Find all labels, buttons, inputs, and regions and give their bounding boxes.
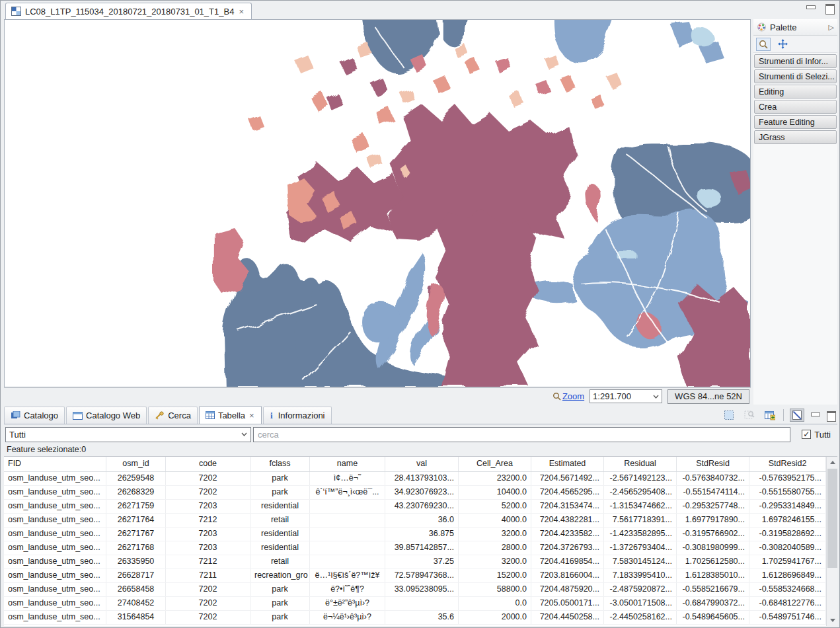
palette-expand-icon[interactable]: ▷: [829, 23, 834, 32]
bottom-tabbar: Catalogo Catalogo Web Cerca: [4, 407, 837, 424]
table-cell-stdresid: 1.6977917890...: [677, 514, 749, 527]
scroll-up-button[interactable]: [827, 457, 838, 468]
view-maximize-button[interactable]: [826, 411, 836, 420]
add-feature-button[interactable]: [763, 409, 777, 422]
editor-tab-map[interactable]: LC08_L1TP_115034_20180721_20180731_01_T1…: [5, 3, 252, 19]
bottom-panel: Catalogo Catalogo Web Cerca: [4, 407, 837, 626]
column-header-fid[interactable]: FID: [4, 457, 106, 471]
table-row[interactable]: osm_landuse_utm_seo...266287177211recrea…: [4, 569, 826, 583]
palette-category-strumenti-selezione[interactable]: Strumenti di Selezi...: [754, 69, 837, 83]
table-cell-residual: 7.1833995410...: [604, 569, 677, 582]
column-header-fclass[interactable]: fclass: [250, 457, 310, 471]
column-header-cell_area[interactable]: Cell_Area: [459, 457, 531, 471]
column-header-stdresid[interactable]: StdResid: [677, 457, 749, 471]
pan-tool-button[interactable]: [775, 38, 790, 51]
table-add-icon: [765, 411, 775, 420]
tab-cerca[interactable]: Cerca: [148, 407, 198, 424]
editor-tab-close-icon[interactable]: ×: [238, 7, 245, 17]
table-cell-residual: -1.3726793404...: [604, 541, 677, 555]
table-cell-fid: osm_landuse_utm_seo...: [4, 500, 106, 513]
scroll-down-button[interactable]: [827, 615, 838, 626]
table-row[interactable]: osm_landuse_utm_seo...262717677203reside…: [4, 528, 826, 541]
table-row[interactable]: osm_landuse_utm_seo...266584587202parkë?…: [4, 583, 826, 597]
search-key-icon: [155, 411, 165, 420]
table-row[interactable]: osm_landuse_utm_seo...263359507212retail…: [4, 555, 826, 569]
table-cell-stdresid: -0.5763840732...: [677, 472, 749, 485]
all-checkbox[interactable]: ✓ Tutti: [792, 430, 836, 440]
table-row[interactable]: osm_landuse_utm_seo...262717687203reside…: [4, 541, 826, 555]
selection-filter-toggle-button[interactable]: [790, 409, 804, 422]
view-minimize-button[interactable]: [810, 411, 820, 420]
column-header-code[interactable]: code: [166, 457, 250, 471]
table-cell-val: 72.578947368...: [385, 569, 459, 582]
table-cell-osm_id: 26271767: [106, 528, 166, 541]
table-cell-fid: osm_landuse_utm_seo...: [4, 569, 106, 582]
column-header-residual[interactable]: Residual: [604, 457, 677, 471]
tab-tabella[interactable]: Tabella ×: [199, 406, 262, 424]
maximize-button[interactable]: [825, 4, 835, 13]
table-cell-code: 7203: [166, 500, 250, 513]
table-cell-fid: osm_landuse_utm_seo...: [4, 472, 106, 485]
table-cell-cell_area: 3200.0: [459, 555, 531, 569]
column-header-val[interactable]: val: [385, 457, 459, 471]
table-cell-fclass: park: [250, 472, 310, 485]
table-cell-estimated: 7204.4169854...: [531, 555, 604, 569]
table-cell-stdresid2: -0.3195828692...: [749, 528, 826, 541]
zoom-tool-button[interactable]: [756, 38, 771, 51]
map-polygons: [5, 20, 750, 387]
vertical-scrollbar[interactable]: [826, 457, 837, 626]
palette-category-editing[interactable]: Editing: [754, 85, 837, 98]
map-canvas[interactable]: [4, 19, 751, 387]
palette-category-jgrass[interactable]: JGrass: [754, 130, 837, 144]
zoom-link[interactable]: Zoom: [553, 391, 584, 401]
search-input[interactable]: [253, 427, 790, 442]
table-cell-estimated: 7204.4450258...: [531, 611, 604, 624]
table-cell-stdresid2: -0.2953314849...: [749, 500, 826, 513]
table-row[interactable]: osm_landuse_utm_seo...262595487202parkì¢…: [4, 472, 826, 486]
tab-tabella-close-icon[interactable]: ×: [248, 411, 255, 420]
palette-toolbar: [753, 36, 837, 53]
scrollbar-thumb[interactable]: [827, 469, 837, 568]
table-cell-stdresid2: -0.5585324668...: [749, 583, 826, 596]
table-row[interactable]: osm_landuse_utm_seo...274084527202parkë°…: [4, 597, 826, 611]
palette-category-crea[interactable]: Crea: [754, 100, 837, 114]
minimize-button[interactable]: [806, 4, 816, 13]
web-window-icon: [73, 412, 83, 420]
magnifier-icon: [553, 392, 561, 401]
table-cell-code: 7211: [166, 569, 250, 582]
filter-scope-combo[interactable]: Tutti: [5, 427, 251, 442]
attribute-table: FIDosm_idcodefclassnamevalCell_AreaEstim…: [4, 456, 837, 626]
table-row[interactable]: osm_landuse_utm_seo...262717647212retail…: [4, 514, 826, 528]
column-header-stdresid2[interactable]: StdResid2: [749, 457, 826, 471]
table-cell-osm_id: 26335950: [106, 555, 166, 569]
checkbox-check-icon: ✓: [802, 430, 811, 439]
palette-header[interactable]: Palette ▷: [753, 19, 837, 36]
table-row[interactable]: osm_landuse_utm_seo...315648547202parkë¬…: [4, 611, 826, 625]
table-cell-val: 43.230769230...: [385, 500, 459, 513]
crs-button[interactable]: WGS 84...ne 52N: [668, 389, 749, 404]
editor-tab-title: LC08_L1TP_115034_20180721_20180731_01_T1…: [25, 7, 234, 17]
column-header-osm_id[interactable]: osm_id: [106, 457, 166, 471]
scale-combo[interactable]: 1:291.700: [590, 389, 662, 403]
table-cell-val: 28.413793103...: [385, 472, 459, 485]
table-view-toolbar: [722, 409, 836, 422]
table-cell-cell_area: 58800.0: [459, 583, 531, 596]
table-cell-val: 35.6: [385, 611, 459, 624]
table-row[interactable]: osm_landuse_utm_seo...262683297202parkê´…: [4, 486, 826, 500]
column-header-estimated[interactable]: Estimated: [531, 457, 604, 471]
column-header-name[interactable]: name: [310, 457, 385, 471]
table-cell-val: [385, 597, 459, 610]
info-icon: i: [270, 411, 275, 420]
zoom-to-selection-button[interactable]: [742, 409, 757, 422]
magnifier-icon: [759, 40, 768, 49]
tab-informazioni[interactable]: i Informazioni: [263, 407, 332, 424]
table-cell-code: 7203: [166, 541, 250, 555]
tab-catalogo-web[interactable]: Catalogo Web: [66, 407, 147, 424]
palette-category-feature-editing[interactable]: Feature Editing: [754, 115, 837, 129]
select-all-button[interactable]: [722, 409, 736, 422]
palette-category-strumenti-informazione[interactable]: Strumenti di Infor...: [754, 54, 837, 68]
tab-catalogo[interactable]: Catalogo: [4, 407, 65, 424]
table-cell-estimated: 7204.4875920...: [531, 583, 604, 596]
table-row[interactable]: osm_landuse_utm_seo...262717597203reside…: [4, 500, 826, 514]
table-cell-osm_id: 27408452: [106, 597, 166, 610]
